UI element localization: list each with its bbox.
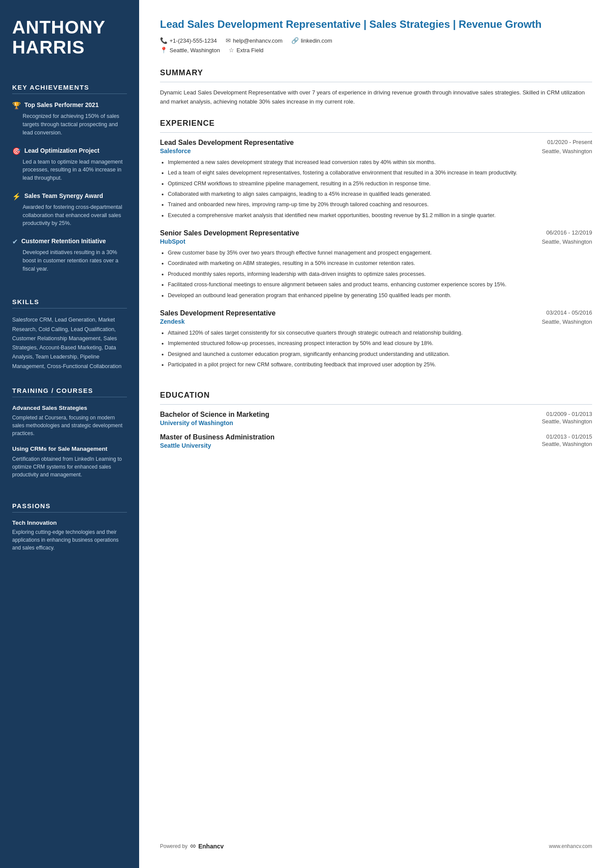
exp-bullet: Coordinated with marketing on ABM strate… xyxy=(168,259,592,268)
main-header: Lead Sales Development Representative | … xyxy=(160,17,592,56)
achievement-item: 🎯 Lead Optimization Project Led a team t… xyxy=(12,147,127,182)
powered-by-label: Powered by xyxy=(160,843,187,849)
exp-title: Sales Development Representative xyxy=(160,309,276,317)
achievement-desc: Developed initiatives resulting in a 30%… xyxy=(12,248,127,273)
exp-bullets: Grew customer base by 35% over two years… xyxy=(160,249,592,300)
section-divider xyxy=(160,132,592,133)
extra-contact: ☆ Extra Field xyxy=(229,47,263,54)
page-footer: Powered by ∞ Enhancv www.enhancv.com xyxy=(160,831,592,851)
education-item: Master of Business Administration Seattl… xyxy=(160,433,592,449)
exp-bullet: Implemented structured follow-up process… xyxy=(168,339,592,348)
training-item-title: Using CRMs for Sale Management xyxy=(12,445,127,453)
exp-date: 03/2014 - 05/2016 xyxy=(546,309,592,316)
skills-title: SKILLS xyxy=(12,298,127,308)
edu-date: 01/2013 - 01/2015 xyxy=(542,433,592,440)
experience-section: EXPERIENCE Lead Sales Development Repres… xyxy=(160,119,592,379)
footer-left: Powered by ∞ Enhancv xyxy=(160,841,224,851)
phone-contact: 📞 +1-(234)-555-1234 xyxy=(160,37,217,44)
location-text: Seattle, Washington xyxy=(170,47,220,54)
email-icon: ✉ xyxy=(226,37,231,44)
trophy-icon: 🏆 xyxy=(12,101,21,110)
achievement-desc: Led a team to optimize lead management p… xyxy=(12,158,127,182)
achievement-title: Lead Optimization Project xyxy=(24,147,100,154)
edu-school: University of Washington xyxy=(160,419,270,426)
exp-bullet: Facilitated cross-functional meetings to… xyxy=(168,281,592,289)
achievement-title: Sales Team Synergy Award xyxy=(24,192,103,200)
exp-bullet: Participated in a pilot project for new … xyxy=(168,361,592,369)
linkedin-url: linkedin.com xyxy=(301,37,332,44)
footer-brand: Enhancv xyxy=(198,843,223,850)
exp-bullet: Designed and launched a customer educati… xyxy=(168,350,592,359)
training-item-desc: Completed at Coursera, focusing on moder… xyxy=(12,414,127,437)
edu-date: 01/2009 - 01/2013 xyxy=(542,411,592,417)
contact-row: 📞 +1-(234)-555-1234 ✉ help@enhancv.com 🔗… xyxy=(160,37,592,44)
exp-bullet: Developed an outbound lead generation pr… xyxy=(168,292,592,300)
experience-item: Sales Development Representative 03/2014… xyxy=(160,309,592,369)
summary-section: SUMMARY Dynamic Lead Sales Development R… xyxy=(160,68,592,107)
achievements-section: KEY ACHIEVEMENTS 🏆 Top Sales Performer 2… xyxy=(12,84,127,282)
passion-item-title: Tech Innovation xyxy=(12,519,127,526)
achievement-title: Customer Retention Initiative xyxy=(21,237,106,245)
exp-date: 06/2016 - 12/2019 xyxy=(546,229,592,236)
enhancv-logo-icon: ∞ xyxy=(190,841,196,851)
exp-location: Seattle, Washington xyxy=(542,148,592,154)
experience-item: Senior Sales Development Representative … xyxy=(160,229,592,300)
exp-company: HubSpot xyxy=(160,238,185,245)
phone-number: +1-(234)-555-1234 xyxy=(170,37,217,44)
achievement-title: Top Sales Performer 2021 xyxy=(24,101,99,109)
exp-bullet: Grew customer base by 35% over two years… xyxy=(168,249,592,257)
exp-date: 01/2020 - Present xyxy=(547,139,592,145)
exp-bullets: Attained 120% of sales target consistent… xyxy=(160,329,592,369)
exp-bullets: Implemented a new sales development stra… xyxy=(160,158,592,220)
edu-degree: Bachelor of Science in Marketing xyxy=(160,411,270,419)
linkedin-icon: 🔗 xyxy=(291,37,299,44)
achievement-item: 🏆 Top Sales Performer 2021 Recognized fo… xyxy=(12,101,127,137)
lightning-icon: ⚡ xyxy=(12,192,21,201)
extra-field: Extra Field xyxy=(237,47,263,54)
training-item-desc: Certification obtained from LinkedIn Lea… xyxy=(12,455,127,479)
exp-location: Seattle, Washington xyxy=(542,318,592,325)
exp-bullet: Optimized CRM workflows to streamline pi… xyxy=(168,180,592,188)
exp-bullet: Executed a comprehensive market analysis… xyxy=(168,211,592,220)
training-title: TRAINING / COURSES xyxy=(12,387,127,397)
target-icon: 🎯 xyxy=(12,147,21,155)
education-title: EDUCATION xyxy=(160,391,592,400)
passions-title: PASSIONS xyxy=(12,502,127,513)
candidate-name: ANTHONY HARRIS xyxy=(12,17,127,57)
training-section: TRAINING / COURSES Advanced Sales Strate… xyxy=(12,387,127,486)
experience-item: Lead Sales Development Representative 01… xyxy=(160,139,592,220)
phone-icon: 📞 xyxy=(160,37,167,44)
achievement-item: ✔ Customer Retention Initiative Develope… xyxy=(12,237,127,273)
achievement-desc: Awarded for fostering cross-departmental… xyxy=(12,203,127,228)
exp-bullet: Led a team of eight sales development re… xyxy=(168,169,592,177)
exp-company: Salesforce xyxy=(160,147,191,154)
training-item: Advanced Sales Strategies Completed at C… xyxy=(12,404,127,438)
contact-row-2: 📍 Seattle, Washington ☆ Extra Field xyxy=(160,47,592,54)
email-contact: ✉ help@enhancv.com xyxy=(226,37,283,44)
edu-location: Seattle, Washington xyxy=(542,441,592,447)
linkedin-contact: 🔗 linkedin.com xyxy=(291,37,332,44)
exp-bullet: Implemented a new sales development stra… xyxy=(168,158,592,167)
experience-title: EXPERIENCE xyxy=(160,119,592,128)
sidebar: ANTHONY HARRIS KEY ACHIEVEMENTS 🏆 Top Sa… xyxy=(0,0,139,868)
skills-section: SKILLS Salesforce CRM, Lead Generation, … xyxy=(12,298,127,371)
achievement-item: ⚡ Sales Team Synergy Award Awarded for f… xyxy=(12,192,127,228)
section-divider xyxy=(160,82,592,82)
edu-location: Seattle, Washington xyxy=(542,418,592,425)
passion-item: Tech Innovation Exploring cutting-edge t… xyxy=(12,519,127,552)
exp-title: Senior Sales Development Representative xyxy=(160,229,299,237)
training-item: Using CRMs for Sale Management Certifica… xyxy=(12,445,127,479)
job-title: Lead Sales Development Representative | … xyxy=(160,17,592,31)
achievements-title: KEY ACHIEVEMENTS xyxy=(12,84,127,94)
exp-title: Lead Sales Development Representative xyxy=(160,139,294,147)
achievement-desc: Recognized for achieving 150% of sales t… xyxy=(12,112,127,137)
passions-section: PASSIONS Tech Innovation Exploring cutti… xyxy=(12,502,127,560)
main-content: Lead Sales Development Representative | … xyxy=(139,0,613,868)
exp-bullet: Attained 120% of sales target consistent… xyxy=(168,329,592,337)
exp-bullet: Trained and onboarded new hires, improvi… xyxy=(168,201,592,209)
edu-degree: Master of Business Administration xyxy=(160,433,274,441)
footer-website: www.enhancv.com xyxy=(549,843,592,849)
email-address: help@enhancv.com xyxy=(233,37,283,44)
location-contact: 📍 Seattle, Washington xyxy=(160,47,220,54)
checkmark-icon: ✔ xyxy=(12,238,18,246)
